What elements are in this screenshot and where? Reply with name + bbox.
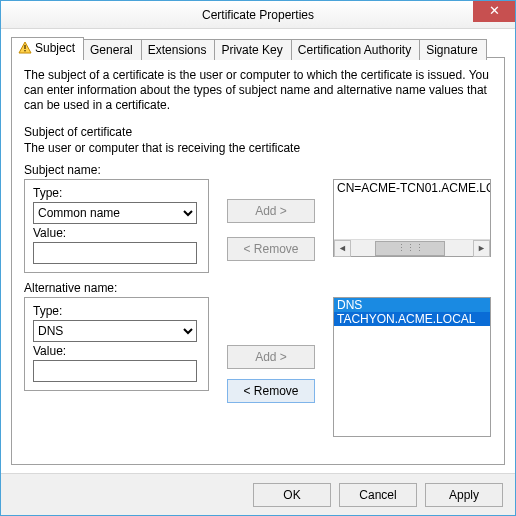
scroll-track[interactable]: ⋮⋮⋮ — [351, 240, 473, 257]
sn-add-button[interactable]: Add > — [227, 199, 315, 223]
sn-type-label: Type: — [33, 186, 200, 200]
list-item[interactable]: TACHYON.ACME.LOCAL — [334, 312, 490, 326]
tab-extensions-label: Extensions — [148, 43, 207, 57]
alternative-name-listbox[interactable]: DNS TACHYON.ACME.LOCAL — [333, 297, 491, 437]
tab-subject[interactable]: Subject — [11, 37, 84, 58]
subject-name-group: Type: Common name Value: — [24, 179, 209, 273]
sn-type-select[interactable]: Common name — [33, 202, 197, 224]
tab-signature-label: Signature — [426, 43, 477, 57]
description-text: The subject of a certificate is the user… — [24, 68, 492, 113]
tab-general-label: General — [90, 43, 133, 57]
an-type-label: Type: — [33, 304, 200, 318]
client-area: Subject General Extensions Private Key C… — [1, 29, 515, 473]
tab-cert-authority-label: Certification Authority — [298, 43, 411, 57]
sn-value-label: Value: — [33, 226, 200, 240]
tab-cert-authority[interactable]: Certification Authority — [291, 39, 420, 60]
svg-rect-2 — [24, 50, 25, 51]
apply-button[interactable]: Apply — [425, 483, 503, 507]
tab-panel-subject: The subject of a certificate is the user… — [11, 57, 505, 465]
dialog-window: Certificate Properties ✕ Subject General… — [0, 0, 516, 516]
sn-value-input[interactable] — [33, 242, 197, 264]
tab-general[interactable]: General — [83, 39, 142, 60]
tab-private-key-label: Private Key — [221, 43, 282, 57]
warning-icon — [18, 41, 32, 55]
cancel-button[interactable]: Cancel — [339, 483, 417, 507]
list-item[interactable]: CN=ACME-TCN01.ACME.LOCAL — [334, 180, 490, 196]
sn-remove-button[interactable]: < Remove — [227, 237, 315, 261]
tab-strip: Subject General Extensions Private Key C… — [11, 37, 505, 58]
section-title: Subject of certificate — [24, 125, 492, 139]
an-value-label: Value: — [33, 344, 200, 358]
alternative-name-row: Type: DNS Value: Add > < Remove — [24, 297, 492, 437]
alternative-name-heading: Alternative name: — [24, 281, 492, 295]
an-add-button[interactable]: Add > — [227, 345, 315, 369]
dialog-footer: OK Cancel Apply — [1, 473, 515, 515]
scroll-thumb[interactable]: ⋮⋮⋮ — [375, 241, 445, 256]
list-group-header[interactable]: DNS — [334, 298, 490, 312]
tab-private-key[interactable]: Private Key — [214, 39, 291, 60]
tab-subject-label: Subject — [35, 41, 75, 55]
ok-button[interactable]: OK — [253, 483, 331, 507]
horizontal-scrollbar[interactable]: ◄ ⋮⋮⋮ ► — [334, 239, 490, 256]
tab-extensions[interactable]: Extensions — [141, 39, 216, 60]
an-type-select[interactable]: DNS — [33, 320, 197, 342]
subject-name-heading: Subject name: — [24, 163, 492, 177]
close-button[interactable]: ✕ — [473, 1, 515, 22]
tab-signature[interactable]: Signature — [419, 39, 486, 60]
scroll-right-arrow-icon[interactable]: ► — [473, 240, 490, 257]
section-subtitle: The user or computer that is receiving t… — [24, 141, 492, 155]
an-remove-button[interactable]: < Remove — [227, 379, 315, 403]
scroll-left-arrow-icon[interactable]: ◄ — [334, 240, 351, 257]
alternative-name-group: Type: DNS Value: — [24, 297, 209, 391]
an-value-input[interactable] — [33, 360, 197, 382]
svg-rect-1 — [24, 45, 25, 49]
titlebar: Certificate Properties ✕ — [1, 1, 515, 29]
subject-name-listbox[interactable]: CN=ACME-TCN01.ACME.LOCAL ◄ ⋮⋮⋮ ► — [333, 179, 491, 257]
subject-name-row: Type: Common name Value: Add > < Remove — [24, 179, 492, 273]
window-title: Certificate Properties — [1, 8, 515, 22]
